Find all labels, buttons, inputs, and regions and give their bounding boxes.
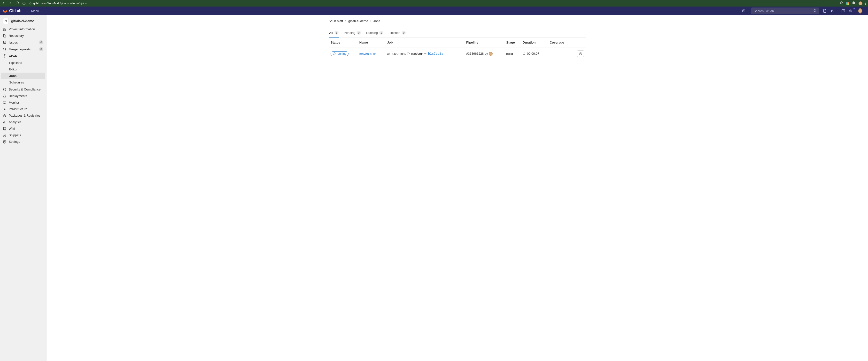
browser-reload-icon[interactable]	[16, 1, 19, 5]
svg-rect-17	[5, 28, 6, 29]
gitlab-header: GitLab Menu	[0, 6, 868, 15]
sidebar-item-label: Pipelines	[9, 61, 22, 65]
sidebar-item-label: Merge requests	[9, 47, 31, 51]
sidebar-item-issues[interactable]: Issues 0	[0, 39, 46, 46]
sidebar-item-settings[interactable]: Settings	[0, 138, 46, 145]
svg-point-39	[408, 54, 408, 55]
issues-count-badge: 0	[39, 40, 43, 44]
col-stage: Stage	[504, 38, 521, 47]
running-icon	[333, 52, 336, 55]
svg-point-21	[4, 42, 5, 43]
sidebar-item-label: Deployments	[9, 94, 27, 98]
col-coverage: Coverage	[548, 38, 572, 47]
svg-rect-0	[30, 3, 31, 4]
create-new-button[interactable]	[742, 7, 749, 14]
sidebar-item-cicd[interactable]: CI/CD	[0, 53, 46, 59]
tab-running[interactable]: Running 1	[366, 28, 384, 37]
gitlab-brand-text: GitLab	[9, 9, 22, 13]
browser-forward-icon[interactable]	[9, 1, 12, 5]
tab-count: 1	[379, 31, 383, 35]
issues-shortcut-icon[interactable]	[822, 7, 828, 14]
help-icon[interactable]	[849, 7, 856, 14]
menu-button[interactable]: Menu	[26, 9, 39, 13]
svg-point-10	[831, 10, 832, 10]
sidebar-item-infrastructure[interactable]: Infrastructure	[0, 106, 46, 112]
sidebar-item-packages[interactable]: Packages & Registries	[0, 112, 46, 119]
tab-pending[interactable]: Pending 0	[343, 28, 361, 37]
svg-rect-26	[3, 101, 6, 103]
commit-sha-link[interactable]: b1c7bd3a	[428, 52, 443, 56]
svg-point-36	[4, 141, 5, 142]
search-input[interactable]	[754, 9, 811, 13]
commit-icon	[424, 52, 427, 55]
tab-count: 0	[402, 31, 406, 35]
sidebar-item-analytics[interactable]: Analytics	[0, 119, 46, 125]
sidebar-item-schedules[interactable]: Schedules	[1, 79, 45, 86]
extensions-icon[interactable]	[852, 1, 856, 5]
svg-point-29	[4, 108, 5, 109]
pipeline-by-text: by	[485, 52, 488, 56]
sidebar-item-label: Snippets	[9, 133, 21, 137]
sidebar-item-label: Schedules	[9, 80, 24, 84]
sidebar-project-header[interactable]: G gitlab-ci-demo	[0, 16, 46, 26]
sidebar-item-wiki[interactable]: Wiki	[0, 125, 46, 132]
job-name-link[interactable]: maven-build	[360, 52, 377, 56]
sidebar-item-snippets[interactable]: Snippets	[0, 132, 46, 138]
duration-text: 00:00:07	[527, 52, 539, 56]
sidebar-item-deployments[interactable]: Deployments	[0, 93, 46, 99]
sidebar-item-monitor[interactable]: Monitor	[0, 99, 46, 106]
svg-point-41	[425, 53, 426, 54]
browser-profile-avatar[interactable]	[859, 1, 862, 5]
branch-icon	[407, 52, 410, 55]
tab-count: 1	[335, 31, 339, 35]
cancel-icon	[579, 52, 582, 56]
svg-rect-16	[3, 28, 4, 29]
sidebar-item-pipelines[interactable]: Pipelines	[1, 60, 45, 66]
browser-back-icon[interactable]	[2, 1, 5, 5]
svg-line-46	[580, 53, 582, 55]
breadcrumb-current: Jobs	[373, 19, 380, 23]
chevron-right-icon	[344, 19, 347, 23]
search-icon	[813, 9, 817, 13]
sidebar-item-repository[interactable]: Repository	[0, 32, 46, 39]
browser-url-bar[interactable]: gitlab.com/SeunMatt/gitlab-ci-demo/-/job…	[29, 1, 836, 5]
extension-colorful-icon[interactable]	[846, 2, 849, 5]
job-id: #1556561087	[387, 52, 406, 56]
tab-all[interactable]: All 1	[329, 28, 339, 37]
search-box[interactable]	[751, 7, 819, 14]
col-duration: Duration	[521, 38, 548, 47]
browser-menu-icon[interactable]	[865, 2, 866, 5]
stopwatch-icon	[523, 52, 526, 55]
sidebar-item-editor[interactable]: Editor	[1, 66, 45, 73]
tab-count: 0	[357, 31, 361, 35]
tab-finished[interactable]: Finished 0	[388, 28, 406, 37]
sidebar-item-security[interactable]: Security & Compliance	[0, 86, 46, 93]
todos-icon[interactable]	[840, 7, 847, 14]
gitlab-logo[interactable]: GitLab	[3, 8, 22, 13]
tab-label: Running	[366, 31, 378, 35]
merge-requests-shortcut-icon[interactable]	[831, 7, 837, 14]
breadcrumb-project[interactable]: gitlab-ci-demo	[348, 19, 368, 23]
svg-point-34	[3, 135, 4, 136]
browser-home-icon[interactable]	[22, 1, 26, 5]
svg-rect-13	[842, 10, 845, 12]
sidebar-item-merge-requests[interactable]: Merge requests 0	[0, 46, 46, 53]
browser-chrome: gitlab.com/SeunMatt/gitlab-ci-demo/-/job…	[0, 0, 868, 6]
svg-marker-1	[840, 1, 843, 4]
bookmark-star-icon[interactable]	[840, 1, 843, 5]
col-pipeline: Pipeline	[464, 38, 504, 47]
sidebar-item-label: Packages & Registries	[9, 114, 40, 117]
col-name: Name	[358, 38, 385, 47]
cancel-job-button[interactable]	[577, 50, 584, 57]
breadcrumb-owner[interactable]: Seun Matt	[329, 19, 343, 23]
svg-point-8	[814, 9, 816, 11]
branch-name: master	[411, 52, 423, 56]
pipeline-author-avatar[interactable]	[489, 52, 493, 56]
sidebar-item-project-information[interactable]: Project information	[0, 26, 46, 32]
status-badge[interactable]: running	[331, 51, 348, 56]
tab-label: Pending	[344, 31, 355, 35]
sidebar-item-jobs[interactable]: Jobs	[1, 73, 45, 79]
project-name: gitlab-ci-demo	[11, 19, 34, 23]
user-menu[interactable]	[858, 7, 865, 14]
pipeline-id-link[interactable]: #363966228	[466, 52, 484, 56]
